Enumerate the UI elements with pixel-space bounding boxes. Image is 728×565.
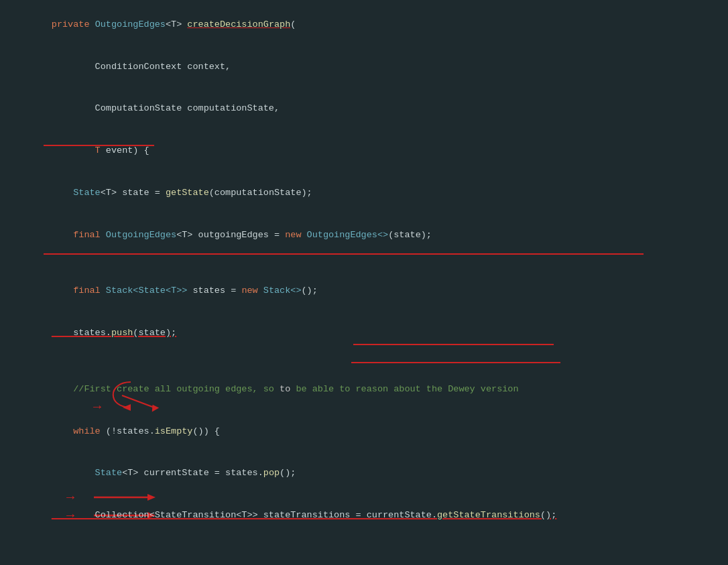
method-createDecisionGraph: createDecisionGraph xyxy=(187,19,290,29)
code-line-8: final Stack<State<T>> states = new Stack… xyxy=(0,271,728,313)
code-line-10 xyxy=(0,355,728,369)
code-line-14: Collection<StateTransition<T>> stateTran… xyxy=(0,495,728,537)
kw-private: private xyxy=(52,19,95,29)
code-line-6: final OutgoingEdges<T> outgoingEdges = n… xyxy=(0,214,728,257)
code-line-16: // check all state transitions for each … xyxy=(0,551,728,565)
code-line-2: ConditionContext context, xyxy=(0,46,728,88)
code-line-11: //First create all outgoing edges, so to… xyxy=(0,369,728,411)
code-line-13: State<T> currentState = states.pop(); xyxy=(0,453,728,495)
code-line-1: private OutgoingEdges<T> createDecisionG… xyxy=(0,4,728,46)
code-line-4: T event) { xyxy=(0,130,728,172)
code-line-15 xyxy=(0,537,728,551)
code-line-9: states.push(state); xyxy=(0,312,728,355)
code-line-3: ComputationState computationState, xyxy=(0,88,728,131)
code-lines: private OutgoingEdges<T> createDecisionG… xyxy=(0,4,728,565)
code-line-5: State<T> state = getState(computationSta… xyxy=(0,172,728,214)
code-line-7 xyxy=(0,257,728,271)
code-line-12: while (!states.isEmpty()) { xyxy=(0,411,728,453)
code-editor: → → → private OutgoingEdges<T> createDec… xyxy=(0,0,728,565)
